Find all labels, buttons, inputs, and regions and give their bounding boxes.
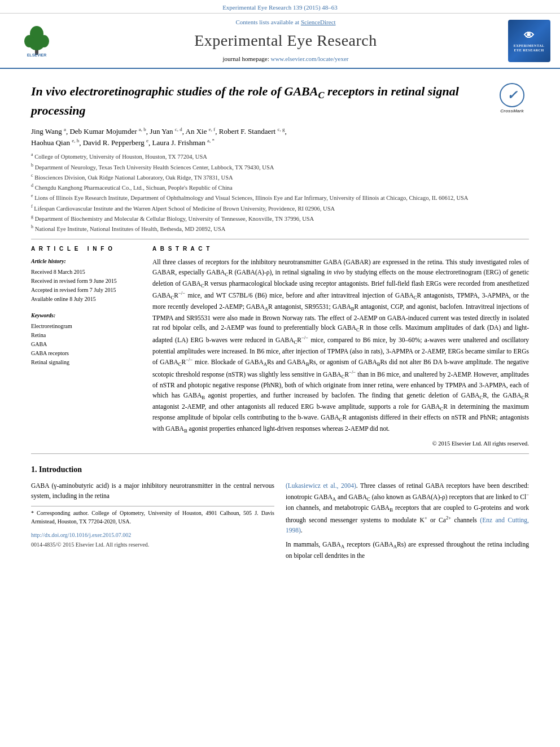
svg-text:ELSEVIER: ELSEVIER [27, 53, 47, 56]
authors-line: Jing Wang a, Deb Kumar Mojumder a, b, Ju… [31, 126, 529, 148]
logo-text: EXPERIMENTAL EYE RESEARCH [510, 44, 548, 53]
crossmark-badge: ✓ CrossMark [495, 83, 529, 114]
intro-col-1: GABA (γ-aminobutyric acid) is a major in… [31, 481, 274, 566]
issn-copyright: 0014-4835/© 2015 Elsevier Ltd. All right… [31, 540, 274, 549]
article-info-column: A R T I C L E I N F O Article history: R… [31, 245, 141, 448]
doi-link[interactable]: http://dx.doi.org/10.1016/j.exer.2015.07… [31, 531, 274, 540]
science-direct-link[interactable]: ScienceDirect [301, 19, 336, 25]
abstract-column: A B S T R A C T All three classes of rec… [152, 245, 529, 448]
elsevier-tree-icon: ELSEVIER [17, 25, 56, 56]
crossmark-label: CrossMark [500, 108, 523, 115]
corresponding-author-note: * Corresponding author. College of Optom… [31, 506, 274, 526]
divider-1 [31, 239, 529, 239]
divider-2 [31, 453, 529, 454]
doi-link-anchor[interactable]: http://dx.doi.org/10.1016/j.exer.2015.07… [31, 532, 131, 538]
elsevier-logo-section: ELSEVIER [6, 18, 68, 63]
introduction-section: 1. Introduction GABA (γ-aminobutyric aci… [31, 464, 529, 565]
homepage-link[interactable]: www.elsevier.com/locate/yexer [270, 55, 348, 62]
science-direct-text: Contents lists available at ScienceDirec… [235, 18, 335, 27]
article-content: In vivo electroretinographic studies of … [0, 69, 560, 577]
intro-col-2: (Lukasiewicz et al., 2004). Three classe… [286, 481, 529, 566]
article-info-abstract: A R T I C L E I N F O Article history: R… [31, 245, 529, 448]
journal-title-section: Contents lists available at ScienceDirec… [68, 18, 504, 63]
article-history-block: Article history: Received 8 March 2015 R… [31, 257, 141, 304]
keywords-content: ElectroretinogramRetinaGABAGABA receptor… [31, 322, 141, 367]
journal-title: Experimental Eye Research [194, 29, 377, 51]
journal-logo-section: 👁 EXPERIMENTAL EYE RESEARCH [504, 18, 554, 63]
keywords-title: Keywords: [31, 312, 141, 320]
affiliations: a College of Optometry, University of Ho… [31, 151, 529, 233]
enz-ref[interactable]: (Enz and Cutting, 1998) [286, 517, 529, 534]
keywords-block: Keywords: ElectroretinogramRetinaGABAGAB… [31, 312, 141, 367]
journal-homepage: journal homepage: www.elsevier.com/locat… [223, 55, 349, 63]
copyright-line: © 2015 Elsevier Ltd. All rights reserved… [152, 440, 529, 448]
article-title: In vivo electroretinographic studies of … [31, 83, 529, 119]
abstract-text: All three classes of receptors for the i… [152, 257, 529, 435]
intro-heading: 1. Introduction [31, 464, 529, 475]
journal-top-bar: Experimental Eye Research 139 (2015) 48–… [0, 0, 560, 14]
svg-point-4 [29, 37, 45, 50]
journal-logo-box: 👁 EXPERIMENTAL EYE RESEARCH [508, 20, 550, 62]
article-history-content: Received 8 March 2015 Received in revise… [31, 268, 141, 304]
journal-citation: Experimental Eye Research 139 (2015) 48–… [222, 4, 338, 11]
abstract-label: A B S T R A C T [152, 245, 529, 253]
lukasiewicz-ref[interactable]: (Lukasiewicz et al., 2004) [286, 482, 356, 489]
intro-body: GABA (γ-aminobutyric acid) is a major in… [31, 481, 529, 566]
journal-header: ELSEVIER Contents lists available at Sci… [0, 14, 560, 69]
article-info-label: A R T I C L E I N F O [31, 245, 141, 253]
article-history-title: Article history: [31, 257, 141, 265]
